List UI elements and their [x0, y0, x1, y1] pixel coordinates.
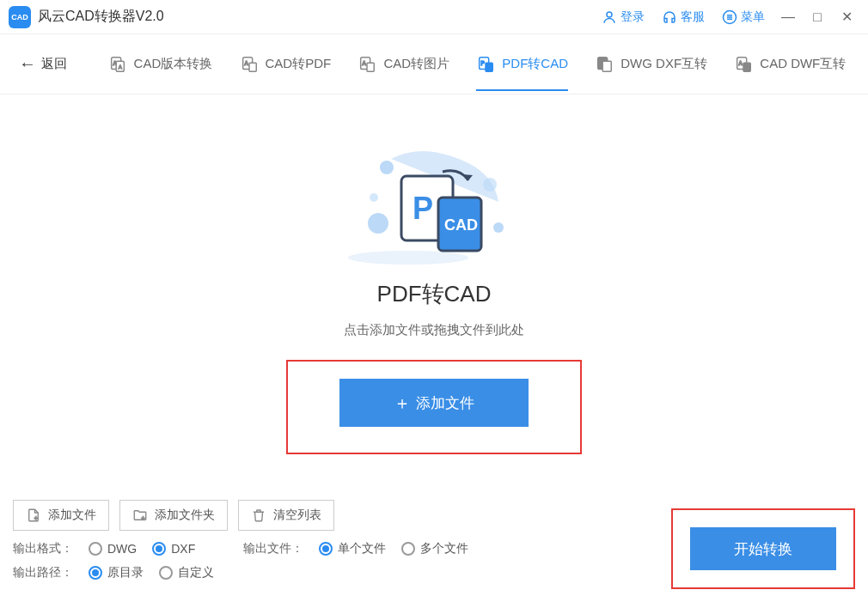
svg-point-23 — [348, 251, 468, 265]
tab-cad-to-pdf[interactable]: A CAD转PDF — [231, 38, 340, 91]
add-folder-button[interactable]: + 添加文件夹 — [119, 500, 228, 531]
svg-text:A: A — [739, 59, 743, 65]
cad-pdf-icon: A — [240, 55, 259, 74]
titlebar: CAD 风云CAD转换器V2.0 登录 客服 菜单 — □ ✕ — [0, 0, 868, 34]
svg-text:CAD: CAD — [444, 216, 478, 234]
user-icon — [602, 9, 617, 25]
radio-path-original[interactable]: 原目录 — [89, 565, 144, 581]
close-button[interactable]: ✕ — [834, 4, 859, 30]
svg-rect-11 — [249, 63, 256, 71]
svg-text:A: A — [119, 64, 122, 69]
svg-rect-22 — [743, 63, 750, 71]
doc-convert-icon: AA — [108, 55, 127, 74]
main-title: PDF转CAD — [377, 279, 492, 309]
minimize-button[interactable]: — — [775, 4, 801, 30]
svg-text:P: P — [413, 191, 433, 226]
svg-text:A: A — [244, 59, 248, 65]
svg-text:P: P — [481, 59, 485, 65]
radio-file-single[interactable]: 单个文件 — [319, 541, 386, 556]
output-file-label: 输出文件： — [243, 541, 303, 556]
menu-button[interactable]: 菜单 — [715, 6, 772, 28]
highlight-start: 开始转换 — [671, 508, 855, 589]
svg-rect-17 — [486, 63, 492, 71]
start-convert-button[interactable]: 开始转换 — [690, 527, 836, 570]
radio-format-dxf[interactable]: DXF — [152, 542, 195, 556]
svg-text:+: + — [34, 515, 38, 521]
output-format-label: 输出格式： — [13, 541, 73, 556]
svg-point-24 — [380, 161, 394, 174]
tab-cad-version-convert[interactable]: AA CAD版本转换 — [100, 38, 222, 91]
dwg-dxf-icon — [595, 55, 614, 74]
app-logo-icon: CAD — [9, 6, 31, 28]
tab-dwg-dxf[interactable]: DWG DXF互转 — [586, 38, 716, 91]
main-drop-area[interactable]: P CAD PDF转CAD 点击添加文件或拖拽文件到此处 ＋ 添加文件 — [0, 94, 868, 485]
svg-point-26 — [368, 213, 388, 234]
pdf-cad-icon: P — [476, 55, 495, 74]
tab-cad-dwf[interactable]: A CAD DWF互转 — [725, 38, 854, 91]
maximize-button[interactable]: □ — [804, 4, 830, 30]
back-button[interactable]: ← 返回 — [9, 47, 77, 81]
svg-rect-14 — [367, 63, 374, 71]
radio-file-multi[interactable]: 多个文件 — [401, 541, 468, 556]
tab-pdf-to-cad[interactable]: P PDF转CAD — [468, 38, 577, 91]
headset-icon — [662, 9, 677, 25]
tab-cad-to-image[interactable]: A CAD转图片 — [349, 38, 458, 91]
pdf-to-cad-illustration-icon: P CAD — [348, 137, 520, 266]
svg-point-0 — [607, 12, 612, 17]
radio-path-custom[interactable]: 自定义 — [159, 565, 214, 581]
output-path-label: 输出路径： — [13, 565, 73, 581]
support-button[interactable]: 客服 — [655, 6, 712, 28]
main-subtitle: 点击添加文件或拖拽文件到此处 — [344, 322, 524, 338]
file-plus-icon: + — [26, 508, 41, 523]
svg-text:A: A — [363, 59, 367, 65]
add-file-main-button[interactable]: ＋ 添加文件 — [339, 379, 529, 427]
app-title: 风云CAD转换器V2.0 — [38, 8, 164, 26]
bottom-panel: + 添加文件 + 添加文件夹 清空列表 输出格式： DWG DXF 输出文件： … — [0, 487, 868, 602]
arrow-left-icon: ← — [19, 54, 36, 74]
plus-icon: ＋ — [394, 392, 411, 415]
svg-point-28 — [493, 222, 504, 233]
trash-icon — [251, 508, 266, 523]
clear-list-button[interactable]: 清空列表 — [238, 500, 334, 531]
menu-list-icon — [722, 9, 737, 25]
svg-text:+: + — [142, 515, 145, 521]
login-button[interactable]: 登录 — [595, 6, 651, 28]
add-file-button[interactable]: + 添加文件 — [13, 500, 109, 531]
cad-dwf-icon: A — [734, 55, 753, 74]
folder-plus-icon: + — [132, 508, 148, 523]
tabs-row: ← 返回 AA CAD版本转换 A CAD转PDF A CAD转图片 P PDF… — [0, 34, 868, 94]
svg-rect-19 — [602, 61, 611, 71]
cad-image-icon: A — [358, 55, 376, 74]
radio-format-dwg[interactable]: DWG — [89, 542, 137, 556]
highlight-add-file: ＋ 添加文件 — [286, 360, 582, 454]
svg-point-25 — [370, 193, 378, 202]
